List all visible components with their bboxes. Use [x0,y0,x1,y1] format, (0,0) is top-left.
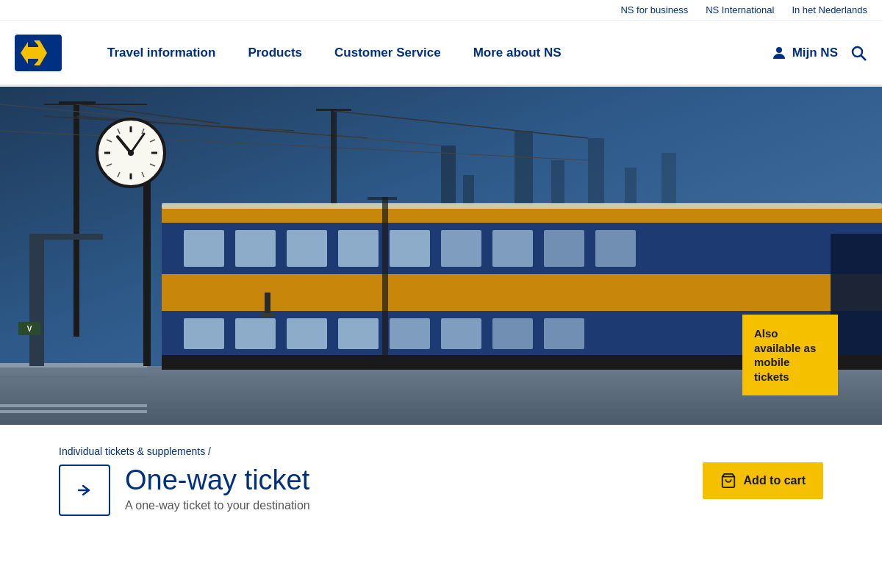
mijn-ns-link[interactable]: Mijn NS [770,44,838,62]
svg-point-68 [128,150,134,156]
svg-rect-75 [368,197,397,200]
svg-rect-78 [0,404,147,407]
svg-rect-49 [143,160,151,366]
svg-rect-28 [184,230,224,267]
svg-rect-42 [338,318,379,349]
svg-rect-39 [184,318,224,349]
svg-point-2 [853,47,862,57]
svg-rect-71 [37,234,103,240]
nav-customer-service[interactable]: Customer Service [318,20,457,86]
search-icon [850,44,867,62]
hero-section: V Also available as mobile tickets [0,87,882,425]
utility-bar: NS for business NS International In het … [0,0,882,21]
svg-rect-21 [316,109,351,111]
arrow-box [59,465,110,516]
svg-rect-32 [390,230,430,267]
svg-rect-41 [287,318,327,349]
add-to-cart-button[interactable]: Add to cart [703,462,823,499]
nav-products[interactable]: Products [232,20,318,86]
svg-rect-43 [390,318,430,349]
ns-for-business-link[interactable]: NS for business [620,4,688,15]
mijn-ns-label: Mijn NS [792,46,838,60]
nav-links: Travel information Products Customer Ser… [91,20,770,86]
info-badge: Also available as mobile tickets [742,315,838,395]
svg-rect-36 [595,230,636,267]
svg-rect-34 [492,230,533,267]
info-badge-text: Also available as mobile tickets [754,327,816,383]
svg-rect-12 [74,101,79,337]
ns-logo[interactable] [15,35,62,71]
nav-right: Mijn NS [770,44,867,62]
svg-text:V: V [27,325,32,333]
content-section: Individual tickets & supplements / One-w… [0,425,882,537]
add-to-cart-label: Add to cart [744,474,806,487]
svg-rect-29 [235,230,276,267]
page-subtitle: A one-way ticket to your destination [125,499,310,512]
user-icon [770,44,788,62]
svg-rect-33 [441,230,481,267]
svg-point-1 [776,47,782,53]
svg-rect-35 [544,230,584,267]
svg-rect-79 [0,410,147,413]
svg-rect-69 [162,203,882,209]
svg-rect-40 [235,318,276,349]
in-het-nederlands-link[interactable]: In het Nederlands [792,4,867,15]
title-wrapper: One-way ticket A one-way ticket to your … [59,465,310,516]
search-button[interactable] [850,44,867,62]
svg-rect-30 [287,230,327,267]
nav-travel-info[interactable]: Travel information [91,20,232,86]
svg-rect-77 [261,313,274,317]
svg-rect-44 [441,318,481,349]
svg-rect-31 [338,230,379,267]
nav-more-about-ns[interactable]: More about NS [457,20,578,86]
svg-rect-76 [265,293,270,315]
svg-rect-47 [831,234,882,359]
svg-rect-70 [29,234,44,366]
main-nav: Travel information Products Customer Ser… [0,21,882,87]
svg-rect-24 [0,363,147,368]
svg-rect-74 [382,197,388,366]
cart-icon [720,473,736,489]
breadcrumb[interactable]: Individual tickets & supplements / [59,445,310,457]
content-left: Individual tickets & supplements / One-w… [59,445,310,516]
page-title: One-way ticket [125,465,310,496]
title-block: One-way ticket A one-way ticket to your … [125,465,310,512]
arrow-right-icon [73,478,96,502]
svg-rect-45 [492,318,533,349]
ns-international-link[interactable]: NS International [706,4,774,15]
svg-line-3 [861,55,867,60]
svg-rect-46 [544,318,584,349]
